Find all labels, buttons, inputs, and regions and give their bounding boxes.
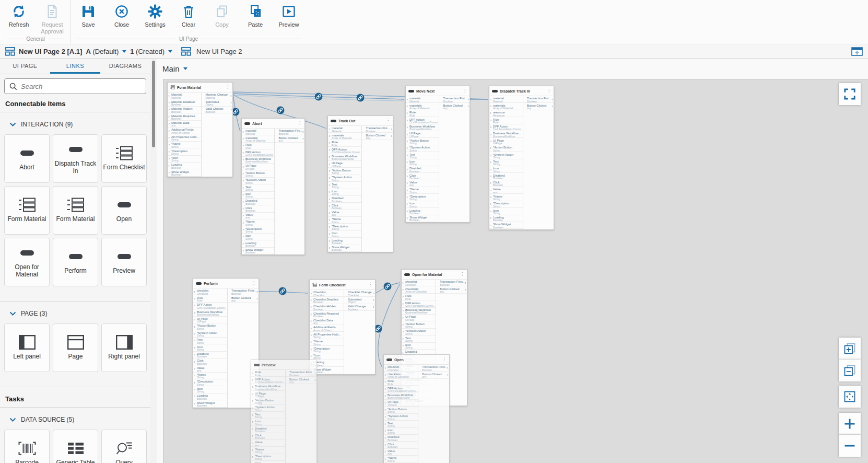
input-port-icon[interactable]: › <box>329 155 330 159</box>
input-port-icon[interactable]: › <box>385 380 386 384</box>
input-port-icon[interactable]: › <box>194 395 195 398</box>
input-port-icon[interactable]: › <box>169 122 170 125</box>
node-port-row[interactable]: ›IconString <box>406 201 439 208</box>
input-port-icon[interactable]: › <box>385 450 386 454</box>
node-menu-icon[interactable]: ⋮ <box>463 89 467 93</box>
node-port-row[interactable]: ›Valueany <box>193 365 227 372</box>
node-port-row[interactable]: ›*IconString <box>310 353 344 360</box>
input-port-icon[interactable]: › <box>490 181 491 185</box>
node-port-row[interactable]: ›IconString <box>193 344 227 351</box>
input-port-icon[interactable]: › <box>252 448 253 452</box>
input-port-icon[interactable]: › <box>490 133 491 136</box>
input-port-icon[interactable]: › <box>403 316 404 320</box>
node-port-row[interactable]: ›DFF ActionCmf.Foundation.Comm... <box>406 117 439 124</box>
node-open[interactable]: Open⋮›checklistChecklist›checklistsArray… <box>383 354 450 463</box>
input-port-icon[interactable]: › <box>490 146 491 150</box>
input-port-icon[interactable]: › <box>490 175 491 178</box>
node-port-row[interactable]: ›LoadingBoolean <box>242 240 274 247</box>
input-port-icon[interactable]: › <box>329 211 330 215</box>
input-port-icon[interactable]: › <box>243 186 244 190</box>
node-port-row[interactable]: ›DFF ActionCmf.Foundation.Comm... <box>193 303 227 309</box>
node-port-row[interactable]: ›ClickBoolean <box>489 180 523 187</box>
node-port-row[interactable]: ›LoadingBoolean <box>328 238 361 245</box>
node-port-row[interactable]: ›materialsArray of Material <box>406 103 439 110</box>
node-port-row[interactable]: ›Show WidgetBoolean <box>406 215 439 222</box>
input-port-icon[interactable]: › <box>490 98 491 101</box>
node-port-row[interactable]: ›TextString <box>384 421 418 427</box>
input-port-icon[interactable]: › <box>329 163 330 166</box>
collapse-all-button[interactable] <box>839 360 861 381</box>
input-port-icon[interactable]: › <box>194 325 195 329</box>
fit-view-button[interactable] <box>839 386 861 408</box>
node-port-row[interactable]: ›*DescriptionString <box>328 224 361 230</box>
chevron-down-icon[interactable] <box>122 50 126 53</box>
input-port-icon[interactable]: › <box>243 235 244 238</box>
node-port-row[interactable]: ›Valueany <box>384 449 418 456</box>
node-port-row[interactable]: ›*NameString <box>328 217 361 224</box>
node-header[interactable]: Perform⋮ <box>193 279 259 288</box>
node-menu-icon[interactable]: ⋮ <box>386 119 390 123</box>
output-port-icon[interactable]: › <box>373 305 374 309</box>
input-port-icon[interactable]: › <box>243 144 244 147</box>
node-port-row[interactable]: ›UI PageUIPage <box>384 400 418 407</box>
node-port-row[interactable]: ›Transaction FinishedBoolean <box>362 126 393 133</box>
node-port-row[interactable]: ›ClickBoolean <box>242 205 274 212</box>
input-port-icon[interactable]: › <box>385 366 386 370</box>
input-port-icon[interactable]: › <box>194 353 195 356</box>
node-port-row[interactable]: ›Show WidgetBoolean <box>489 222 523 229</box>
node-port-row[interactable]: ›materialsArray of Material <box>328 133 361 140</box>
settings-button[interactable]: Settings <box>138 4 172 28</box>
node-form-checklist[interactable]: Form Checklist⋮›ChecklistChecklist›Check… <box>309 280 376 375</box>
input-port-icon[interactable]: › <box>403 288 404 292</box>
input-port-icon[interactable]: › <box>385 436 386 440</box>
node-port-row[interactable]: ›Button Clickedany <box>439 103 470 110</box>
input-port-icon[interactable]: › <box>329 190 330 194</box>
node-port-row[interactable]: ›Button Clickedany <box>436 286 467 293</box>
input-port-icon[interactable]: › <box>169 129 170 133</box>
node-port-row[interactable]: ›Material Dataany <box>168 121 201 128</box>
scrollbar-thumb[interactable] <box>152 61 155 147</box>
input-port-icon[interactable]: › <box>194 297 195 300</box>
version-selector[interactable]: 1 (Created) <box>130 48 165 55</box>
node-menu-icon[interactable]: ⋮ <box>298 121 302 125</box>
node-port-row[interactable]: ›Button Clickedany <box>286 377 316 384</box>
input-port-icon[interactable]: › <box>243 242 244 246</box>
input-port-icon[interactable]: › <box>194 346 195 350</box>
node-port-row[interactable]: ›LoadingBoolean <box>168 163 201 169</box>
node-port-row[interactable]: ›Checklist RequiredBoolean <box>310 311 344 318</box>
node-port-row[interactable]: ›SubmittedObject <box>344 297 375 304</box>
input-port-icon[interactable]: › <box>252 420 253 424</box>
input-port-icon[interactable]: › <box>243 228 244 232</box>
node-port-row[interactable]: ›All Properties Hidden M...String <box>310 332 344 339</box>
input-port-icon[interactable]: › <box>252 392 253 396</box>
node-port-row[interactable]: ›IconString <box>402 343 436 350</box>
palette-item-barcode[interactable]: Barcode <box>4 430 50 463</box>
input-port-icon[interactable]: › <box>407 119 408 122</box>
input-port-icon[interactable]: › <box>385 401 386 405</box>
input-port-icon[interactable]: › <box>194 360 195 364</box>
input-port-icon[interactable]: › <box>329 148 330 152</box>
palette-item-open[interactable]: Open <box>101 186 147 235</box>
node-menu-icon[interactable]: ⋮ <box>442 357 447 362</box>
input-port-icon[interactable]: › <box>490 168 491 171</box>
input-port-icon[interactable]: › <box>403 330 404 333</box>
zoom-out-button[interactable] <box>839 435 861 457</box>
input-port-icon[interactable]: › <box>403 337 404 341</box>
palette-item-form-material[interactable]: Form Material <box>53 186 98 235</box>
node-port-row[interactable]: ›checklistChecklist <box>384 365 418 372</box>
node-header[interactable]: Form Checklist⋮ <box>310 280 375 290</box>
node-port-row[interactable]: ›DisabledBoolean <box>193 352 227 358</box>
node-header[interactable]: Dispatch Track In⋮ <box>489 86 554 96</box>
input-port-icon[interactable]: › <box>407 160 408 164</box>
node-port-row[interactable]: ›Button Clickedany <box>228 295 259 302</box>
link-badge[interactable] <box>279 287 287 295</box>
node-port-row[interactable]: ›IconString <box>242 192 274 199</box>
node-port-row[interactable]: ›Business WorkflowBusinessWorkflow <box>328 154 361 161</box>
node-port-row[interactable]: ›*System ActionString <box>251 405 285 412</box>
input-port-icon[interactable]: › <box>490 210 491 213</box>
node-port-row[interactable]: ›RuleRule <box>242 143 274 149</box>
node-port-row[interactable]: ›UI PageUIPage <box>251 391 285 398</box>
output-port-icon[interactable]: › <box>373 298 374 302</box>
input-port-icon[interactable]: › <box>252 378 253 382</box>
diagram-area[interactable]: Form Material⋮›MaterialMaterial›Material… <box>163 79 868 463</box>
